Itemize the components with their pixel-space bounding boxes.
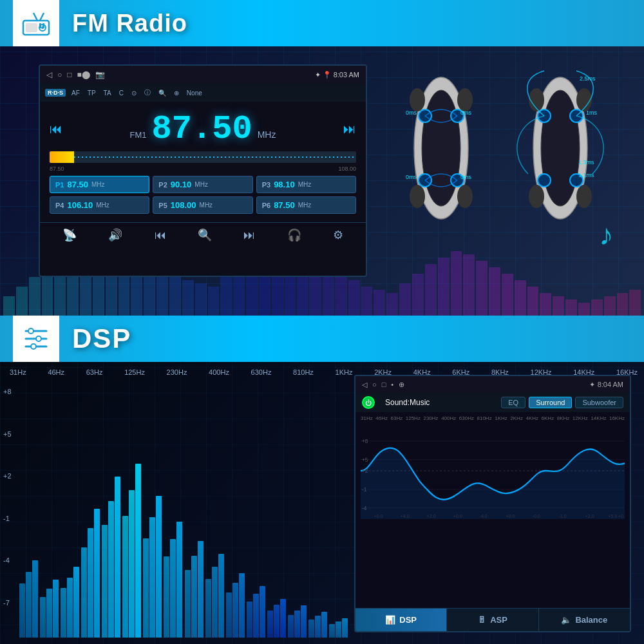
dsp-power-btn[interactable]: ⏻: [362, 396, 375, 409]
svg-text:-0.0: -0.0: [533, 513, 540, 519]
dsp-eq-bar-group: [288, 384, 307, 638]
home-icon[interactable]: ○: [57, 70, 62, 79]
dsp-eq-bar: [108, 501, 114, 638]
fm-preset-2[interactable]: P2 90.10 MHz: [153, 176, 252, 193]
dsp-tab-dsp-label: DSP: [399, 615, 417, 625]
square-icon[interactable]: □: [67, 70, 71, 79]
preset-3-unit: MHz: [298, 181, 312, 188]
dsp-eq-bar: [81, 547, 87, 638]
svg-text:-4: -4: [362, 505, 366, 512]
skip-fwd-btn[interactable]: ⏭: [243, 229, 255, 242]
fastforward-btn[interactable]: ⏭: [343, 122, 356, 137]
rewind-btn[interactable]: ⏮: [50, 122, 62, 137]
preset-5-freq: 108.00: [171, 200, 196, 210]
dsp-eq-bar: [212, 567, 218, 638]
fm-screen: ◁ ○ □ ■⬤ 📷 ✦ 📍 8:03 AM R·D·S AF TP TA C …: [39, 64, 367, 277]
dsp-mini-chart: +8 +5 +2 -1 -4 +0.0 +4.0 +2.0 +0.0 -4.0 …: [361, 422, 625, 519]
svg-text:+8: +8: [362, 438, 368, 445]
dsp-eq-bar: [156, 496, 162, 638]
svg-text:+5: +5: [362, 457, 368, 464]
camera-icon: 📷: [95, 70, 105, 79]
fm-bg-eq-bar: [502, 274, 513, 316]
volume-btn[interactable]: 🔊: [108, 228, 122, 242]
svg-point-41: [31, 344, 36, 349]
fm-preset-1[interactable]: P1 87.50 MHz: [50, 176, 149, 193]
svg-point-27: [576, 185, 592, 208]
c-btn[interactable]: C: [117, 89, 126, 97]
dsp-speaker2-icon: 🔈: [561, 615, 571, 625]
dsp-tab-eq[interactable]: EQ: [501, 397, 526, 408]
db-plus8: +8: [3, 388, 12, 395]
dsp-eq-bar-group: [102, 384, 120, 638]
fm-freq-display: FM1 87.50 MHz: [130, 110, 276, 148]
svg-point-11: [457, 88, 473, 111]
dsp-tab-subwoofer[interactable]: Subwoofer: [575, 397, 623, 408]
dsp-eq-bar: [176, 522, 182, 638]
freq-1khz: 1KHz: [336, 368, 353, 376]
fm-controls-bar: R·D·S AF TP TA C ⊙ ⓘ 🔍 ⊕ None: [40, 84, 366, 102]
dsp-eq-bar: [315, 616, 321, 638]
dsp-bt-icon: ✦: [589, 381, 595, 389]
bookmark-icon: ⊕: [172, 89, 181, 97]
dsp-back-icon[interactable]: ◁: [362, 381, 367, 389]
dsp-screen: ◁ ○ □ • ⊕ ✦ 8:04 AM ⏻ Sound:Music EQ Sur…: [354, 375, 631, 632]
dsp-eq-bar: [342, 618, 348, 638]
media-icon: ■⬤: [77, 70, 90, 79]
zoom-btn[interactable]: 🔍: [198, 228, 212, 242]
dsp-eq-bar: [61, 588, 66, 638]
dsp-eq-bar: [46, 589, 52, 638]
fm-bg-eq-bar: [540, 293, 551, 316]
preset-2-label: P2: [158, 181, 167, 189]
dsp-sliders-icon: [21, 323, 52, 354]
cast-btn[interactable]: 📡: [62, 228, 77, 242]
fm-preset-6[interactable]: P6 87.50 MHz: [256, 196, 356, 214]
equalizer-btn[interactable]: ⚙: [333, 228, 343, 242]
fm-bg-eq-bar: [527, 287, 539, 316]
fm-seek-bar[interactable]: [50, 151, 356, 163]
dsp-eq-bar-group: [329, 384, 348, 638]
fm-bg-eq-bar: [515, 280, 526, 316]
svg-text:+5.0: +5.0: [608, 513, 617, 519]
dsp-tab-asp[interactable]: 🎚 ASP: [447, 609, 538, 631]
fm-bg-eq-bar: [361, 287, 373, 316]
car-diagram-svg: 0ms 0ms 0ms 0ms: [386, 58, 631, 277]
db-plus5: +5: [3, 430, 12, 438]
freq-630hz: 630Hz: [251, 368, 272, 376]
svg-point-9: [422, 90, 460, 206]
tp-btn[interactable]: TP: [86, 89, 98, 97]
rds-badge: R·D·S: [45, 89, 66, 97]
fm-title: FM Radio: [72, 10, 187, 37]
headphone-btn[interactable]: 🎧: [287, 228, 301, 242]
svg-text:+0.0: +0.0: [618, 513, 625, 519]
dsp-eq-bar: [67, 578, 73, 638]
ta-btn[interactable]: TA: [102, 89, 113, 97]
dsp-eq-bar: [143, 538, 149, 638]
fm-seek-dots: [74, 156, 356, 158]
dsp-tab-surround[interactable]: Surround: [529, 397, 572, 408]
svg-rect-7: [43, 23, 44, 28]
dsp-tab-balance[interactable]: 🔈 Balance: [539, 609, 630, 631]
search-icon[interactable]: 🔍: [156, 89, 168, 97]
fm-preset-5[interactable]: P5 108.00 MHz: [153, 196, 252, 214]
dsp-square-icon[interactable]: □: [382, 381, 386, 388]
svg-point-23: [541, 90, 580, 206]
fm-preset-4[interactable]: P4 106.10 MHz: [50, 196, 149, 214]
svg-point-39: [36, 336, 41, 341]
fm-bg-eq-bar: [565, 299, 577, 316]
fm-bg-eq-bar: [208, 287, 220, 316]
dsp-eq-bar: [308, 620, 314, 638]
freq-810hz: 810Hz: [293, 368, 314, 376]
af-btn[interactable]: AF: [70, 89, 82, 97]
dsp-tab-dsp[interactable]: 📊 DSP: [355, 609, 447, 631]
bluetooth-icon: ✦: [315, 71, 321, 79]
fm-preset-3[interactable]: P3 98.10 MHz: [256, 176, 356, 193]
fm-frequency: 87.50: [152, 110, 252, 148]
svg-text:-1.0: -1.0: [559, 513, 567, 519]
fm-status-icons: ◁ ○ □ ■⬤ 📷: [46, 70, 105, 79]
skip-back-btn[interactable]: ⏮: [155, 229, 166, 242]
dsp-eq-bar-group: [308, 384, 327, 638]
back-icon[interactable]: ◁: [46, 70, 52, 79]
preset-2-unit: MHz: [194, 181, 208, 188]
dsp-home-icon[interactable]: ○: [372, 381, 377, 388]
dsp-eq-bar: [239, 573, 245, 638]
